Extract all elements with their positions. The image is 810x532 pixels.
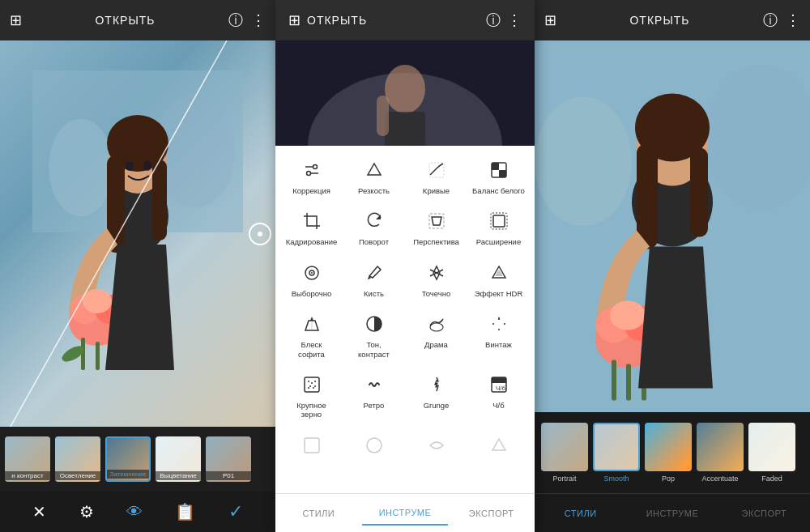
left-photo-area: [0, 40, 275, 427]
menu-item-extra4[interactable]: [469, 429, 528, 468]
menu-item-spot[interactable]: Точечно: [407, 257, 466, 304]
center-layers-icon[interactable]: ⊞: [288, 11, 301, 29]
style-thumb-img-pop: [645, 423, 692, 471]
center-more-icon[interactable]: ⋮: [507, 11, 522, 29]
thumb-vyscvechenie[interactable]: Выцветание: [156, 436, 201, 482]
menu-grid: Коррекция Резкость Кривые: [275, 146, 535, 493]
center-panel: ⊞ ОТКРЫТЬ ⓘ ⋮ Коррекция: [275, 0, 535, 532]
svg-text:Ч/б: Ч/б: [496, 385, 506, 392]
left-info-icon[interactable]: ⓘ: [228, 11, 243, 30]
svg-point-40: [311, 272, 313, 274]
menu-item-crop[interactable]: Кадрирование: [282, 205, 341, 253]
menu-item-extra3[interactable]: [407, 429, 466, 468]
menu-label-retro: Ретро: [364, 401, 385, 410]
menu-item-curves[interactable]: Кривые: [407, 154, 466, 202]
brush-icon: [364, 263, 384, 286]
style-thumb-portrait[interactable]: Portrait: [541, 423, 588, 483]
style-thumb-faded[interactable]: Faded: [748, 423, 795, 483]
menu-item-retro[interactable]: Ретро: [344, 368, 403, 426]
svg-point-50: [311, 382, 313, 384]
svg-point-53: [313, 387, 314, 389]
thumb-n-kontrast[interactable]: н контраст: [5, 436, 50, 482]
layers-icon[interactable]: 📋: [175, 502, 195, 521]
center-header-title: ОТКРЫТЬ: [307, 14, 480, 27]
style-thumb-accentuate[interactable]: Accentuate: [697, 423, 744, 483]
menu-item-sharpness[interactable]: Резкость: [344, 154, 403, 202]
thumb-label-p01: P01: [206, 471, 251, 480]
center-tab-instrume[interactable]: ИНСТРУМЕ: [362, 501, 449, 526]
center-tab-styli[interactable]: СТИЛИ: [275, 502, 362, 525]
menu-item-grain[interactable]: Крупноезерно: [282, 368, 341, 426]
center-tab-eksport[interactable]: ЭКСПОРТ: [448, 502, 535, 525]
svg-point-49: [308, 381, 309, 382]
menu-label-brush: Кисть: [364, 289, 384, 298]
svg-rect-74: [626, 364, 631, 401]
menu-label-crop: Кадрирование: [286, 237, 338, 246]
sharpness-icon: [364, 160, 384, 183]
thumb-label-n-kontrast: н контраст: [5, 471, 50, 480]
svg-rect-48: [305, 377, 319, 392]
right-layers-icon[interactable]: ⊞: [544, 11, 556, 29]
style-thumb-img-smooth: [593, 423, 640, 471]
right-panel: ⊞ ОТКРЫТЬ ⓘ ⋮: [535, 0, 810, 532]
left-more-icon[interactable]: ⋮: [251, 11, 266, 29]
center-preview-svg: [275, 40, 535, 146]
menu-item-correction[interactable]: Коррекция: [282, 154, 341, 202]
tone-contrast-icon: [364, 314, 384, 337]
right-more-icon[interactable]: ⋮: [786, 11, 800, 29]
menu-item-vintage[interactable]: Винтаж: [469, 308, 528, 365]
eye-icon[interactable]: 👁: [126, 503, 143, 521]
menu-item-grunge[interactable]: Grunge: [407, 368, 466, 426]
menu-item-extra2[interactable]: [344, 429, 403, 468]
menu-label-correction: Коррекция: [292, 186, 330, 195]
menu-item-brush[interactable]: Кисть: [344, 257, 403, 304]
right-tab-styli[interactable]: СТИЛИ: [535, 502, 626, 525]
menu-item-expand[interactable]: Расширение: [469, 205, 528, 253]
expand-icon: [489, 211, 509, 234]
style-thumb-label-accentuate: Accentuate: [701, 475, 738, 483]
menu-item-drama[interactable]: Драма: [407, 308, 466, 365]
menu-item-tone-contrast[interactable]: Тон,контраст: [344, 308, 403, 365]
menu-label-spotlight: Блесксофита: [298, 340, 325, 359]
menu-item-white-balance[interactable]: Баланс белого: [469, 154, 528, 202]
center-info-icon[interactable]: ⓘ: [486, 11, 501, 30]
menu-item-hdr[interactable]: Эффект HDR: [469, 257, 528, 304]
left-header: ⊞ ОТКРЫТЬ ⓘ ⋮: [0, 0, 275, 40]
right-tab-instrume[interactable]: ИНСТРУМЕ: [626, 502, 718, 525]
svg-point-72: [610, 301, 646, 330]
menu-item-bw[interactable]: Ч/б Ч/б: [469, 368, 528, 426]
white-balance-icon: [489, 160, 509, 183]
svg-rect-23: [385, 112, 425, 146]
perspective-icon: [427, 211, 446, 234]
style-thumb-smooth[interactable]: Smooth: [593, 423, 640, 483]
check-icon[interactable]: ✓: [228, 501, 243, 522]
thumb-zatemnenie[interactable]: Затемнение: [105, 436, 151, 482]
left-layers-icon[interactable]: ⊞: [10, 11, 22, 29]
svg-rect-58: [305, 438, 319, 453]
thumb-label-zatemnenie: Затемнение: [107, 470, 149, 479]
split-handle[interactable]: [249, 223, 271, 245]
menu-item-perspective[interactable]: Перспектива: [407, 205, 466, 253]
right-header-title: ОТКРЫТЬ: [565, 14, 755, 27]
menu-item-spotlight[interactable]: Блесксофита: [282, 308, 341, 365]
spotlight-icon: [302, 314, 322, 337]
hdr-icon: [489, 263, 509, 286]
menu-label-white-balance: Баланс белого: [472, 186, 525, 195]
svg-point-55: [314, 385, 316, 387]
thumb-osveshchenie[interactable]: Осветление: [55, 436, 100, 482]
menu-item-rotate[interactable]: Поворот: [344, 205, 403, 253]
style-thumb-img-accentuate: [697, 423, 744, 471]
menu-item-extra1[interactable]: [282, 429, 341, 468]
menu-item-selective[interactable]: Выборочно: [282, 257, 341, 304]
settings-icon[interactable]: ⚙: [79, 502, 94, 521]
style-thumb-label-smooth: Smooth: [603, 475, 629, 483]
menu-label-spot: Точечно: [422, 289, 451, 298]
thumb-p01[interactable]: P01: [206, 436, 251, 482]
style-thumb-pop[interactable]: Pop: [645, 423, 692, 483]
svg-rect-36: [493, 215, 505, 227]
right-info-icon[interactable]: ⓘ: [763, 11, 778, 30]
right-tab-eksport[interactable]: ЭКСПОРТ: [718, 502, 810, 525]
svg-point-9: [143, 161, 151, 171]
svg-point-52: [309, 385, 311, 387]
close-icon[interactable]: ✕: [32, 502, 46, 521]
